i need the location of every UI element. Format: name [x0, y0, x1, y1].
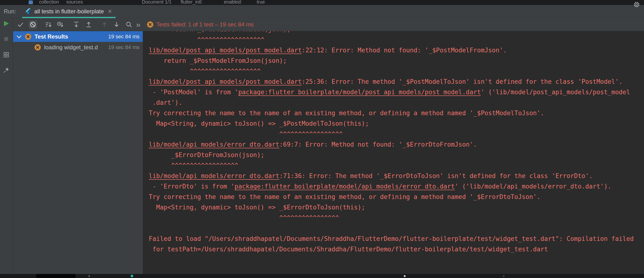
show-ignored-button[interactable]: [29, 20, 37, 28]
file-link[interactable]: package:flutter_boilerplate/model/post_a…: [238, 89, 481, 96]
editor-cutoff-strip: collection sources Document 1/1 flutter_…: [0, 0, 644, 5]
sort-alphabetically-button[interactable]: [44, 20, 52, 28]
console-line: Try correcting the name to the name of a…: [149, 108, 644, 118]
console-line: lib/model/post_api_models/post_model.dar…: [149, 76, 644, 87]
console-line: ^^^^^^^^^^^^^^^^^^^: [149, 66, 644, 76]
console-line: Failed to load "/Users/shraddhapatel/Doc…: [149, 234, 644, 244]
horizontal-scrollbar-thumb[interactable]: [36, 274, 76, 278]
pin-button[interactable]: [3, 67, 10, 74]
console-line: lib/model/post_api_models/post_model.dar…: [149, 45, 644, 55]
clock-sort-icon: [56, 21, 64, 28]
cutoff-text: flutter_intl:: [181, 0, 202, 5]
test-status: Tests failed: 1 of 1 test – 19 sec 84 ms: [147, 18, 254, 31]
console-line: for testPath=/Users/shraddhapatel/Docume…: [149, 244, 644, 255]
console-line: ^^^^^^^^^^^^^^^^: [149, 213, 644, 223]
close-icon[interactable]: ×: [108, 8, 112, 15]
search-button[interactable]: [125, 20, 133, 28]
tree-row-duration: 19 sec 84 ms: [108, 33, 140, 40]
cutoff-text: enabled:: [224, 0, 242, 5]
dock-item: [88, 275, 90, 277]
search-icon: [125, 21, 132, 28]
file-icon: [28, 0, 33, 4]
file-link[interactable]: lib/model/api_models/error_dto.dart: [149, 172, 279, 179]
run-tab-bar: Run: all tests in flutter-boilerplate ×: [0, 5, 644, 18]
play-icon: [3, 20, 10, 27]
tree-row-test-results[interactable]: Test Results 19 sec 84 ms: [13, 31, 143, 42]
left-tool-strip: [0, 18, 13, 274]
previous-failed-test-button[interactable]: [100, 20, 108, 28]
cutoff-text: Document 1/1: [142, 0, 172, 5]
run-tab-all-tests[interactable]: all tests in flutter-boilerplate ×: [22, 5, 116, 18]
cutoff-text: sources: [66, 0, 83, 5]
console-line: - 'ErrorDto' is from 'package:flutter_bo…: [149, 181, 644, 192]
dock-item: [404, 275, 406, 277]
console-line: ^^^^^^^^^^^^^^^^^^: [149, 160, 644, 171]
stop-button[interactable]: [3, 36, 10, 43]
stop-icon: [3, 36, 10, 42]
tests-failed-icon: [147, 21, 153, 28]
tree-row-widget-test[interactable]: loading widget_test.d 19 sec 84 ms: [13, 42, 143, 53]
more-actions-button[interactable]: »: [134, 20, 142, 28]
test-toolbar: » Tests failed: 1 of 1 test – 19 sec 84 …: [13, 18, 644, 31]
arrow-up-icon: [101, 21, 108, 28]
console-line: Map<String, dynamic> toJson() => _$Error…: [149, 202, 644, 213]
console-line: - 'PostModel' is from 'package:flutter_b…: [149, 87, 644, 97]
sort-by-duration-button[interactable]: [56, 20, 64, 28]
pin-icon: [3, 67, 10, 74]
dock-item: [503, 276, 504, 277]
console-line: lib/model/api_models/error_dto.dart:71:3…: [149, 171, 644, 181]
console-line: [149, 223, 644, 234]
circle-slash-icon: [29, 21, 36, 28]
status-text: Tests failed: 1 of 1 test – 19 sec 84 ms: [156, 21, 254, 28]
layout-button[interactable]: [3, 51, 10, 59]
file-link[interactable]: lib/model/post_api_models/post_model.dar…: [149, 78, 302, 85]
file-link[interactable]: lib/model/api_models/error_dto.dart: [149, 141, 279, 148]
console-line: .dart').: [149, 97, 644, 108]
file-link[interactable]: package:flutter_boilerplate/model/api_mo…: [234, 183, 455, 190]
console-line: return _$PostModelFromJson(json);: [149, 55, 644, 66]
run-label: Run:: [4, 8, 16, 15]
test-error-icon: [34, 44, 41, 50]
tree-row-label: Test Results: [34, 33, 106, 40]
console-pane[interactable]: return _$PostListFromJson(json); ^^^^^^^…: [143, 31, 644, 274]
rerun-tests-button[interactable]: [3, 20, 10, 27]
chevron-double-icon: »: [136, 21, 140, 28]
console-output: return _$PostListFromJson(json); ^^^^^^^…: [149, 31, 644, 255]
console-line: lib/model/api_models/error_dto.dart:69:7…: [149, 139, 644, 150]
console-line: Try correcting the name to the name of a…: [149, 192, 644, 202]
cutoff-text: collection: [39, 0, 59, 5]
console-line: ^^^^^^^^^^^^^^^^^^: [149, 34, 644, 45]
test-error-icon: [25, 33, 31, 40]
expand-all-button[interactable]: [72, 20, 80, 28]
cutoff-text: true: [257, 0, 265, 5]
console-line: Map<String, dynamic> toJson() => _$PostM…: [149, 118, 644, 129]
dock-item-teal: [130, 275, 133, 277]
grid-icon: [3, 51, 10, 58]
console-line: return _$PostListFromJson(json);: [149, 31, 644, 34]
collapse-all-button[interactable]: [84, 20, 93, 28]
tree-row-label: loading widget_test.d: [44, 44, 106, 51]
next-failed-test-button[interactable]: [112, 20, 120, 28]
chevron-down-icon[interactable]: [17, 33, 22, 38]
arrow-down-icon: [113, 21, 120, 28]
settings-gear-icon[interactable]: [633, 1, 640, 9]
tree-row-duration: 19 sec 84 ms: [108, 44, 140, 50]
check-icon: [17, 21, 24, 28]
test-results-tree: Test Results 19 sec 84 ms loading widget…: [13, 31, 143, 274]
console-line: _$ErrorDtoFromJson(json);: [149, 150, 644, 160]
file-link[interactable]: lib/model/post_api_models/post_model.dar…: [149, 47, 302, 54]
expand-all-icon: [73, 21, 80, 28]
show-passed-button[interactable]: [16, 20, 24, 28]
ide-run-tool-window: collection sources Document 1/1 flutter_…: [0, 0, 644, 278]
console-line: ^^^^^^^^^^^^^^^^^: [149, 129, 644, 139]
run-tab-title: all tests in flutter-boilerplate: [34, 8, 104, 15]
collapse-all-icon: [85, 21, 92, 28]
flutter-icon: [25, 8, 31, 14]
bottom-strip: [0, 274, 644, 278]
sort-alpha-icon: [45, 21, 52, 28]
